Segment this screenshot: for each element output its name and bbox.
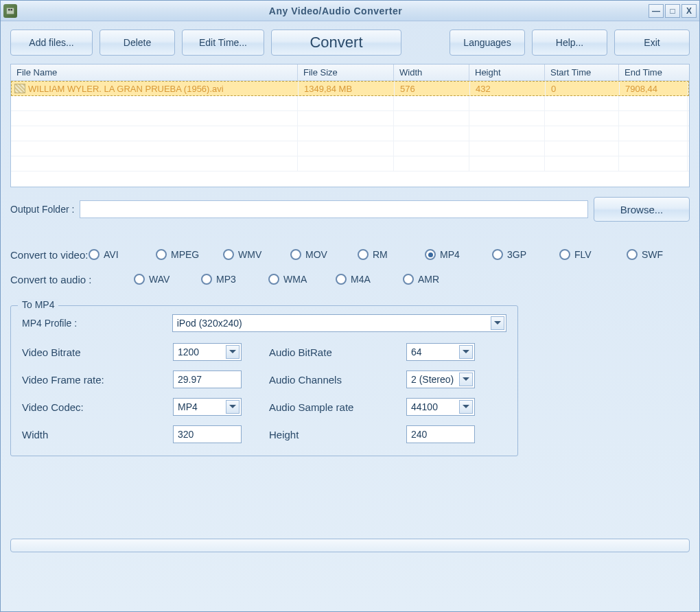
height-input[interactable]: 240 [406,425,475,443]
col-header-filesize[interactable]: File Size [298,64,394,80]
col-header-height[interactable]: Height [469,64,545,80]
output-folder-input[interactable] [80,200,588,218]
svg-point-1 [8,8,10,10]
radio-video-mov[interactable]: MOV [290,249,353,260]
width-label: Width [22,429,173,440]
fieldset-legend: To MP4 [18,299,58,310]
radio-video-3gp[interactable]: 3GP [492,249,555,260]
radio-audio-wma[interactable]: WMA [268,274,331,285]
dropdown-arrow-icon [459,345,473,359]
col-header-start[interactable]: Start Time [545,64,619,80]
radio-video-mp4[interactable]: MP4 [425,249,488,260]
languages-button[interactable]: Languages [450,30,525,56]
cell-filesize: 1349,84 MB [299,82,395,95]
cell-width: 576 [395,82,470,95]
radio-video-rm[interactable]: RM [358,249,421,260]
radio-label: AMR [418,274,439,285]
dropdown-arrow-icon [491,316,504,330]
video-bitrate-combo[interactable]: 1200 [173,343,242,361]
radio-video-wmv[interactable]: WMV [223,249,286,260]
profile-combo[interactable]: iPod (320x240) [172,314,506,332]
radio-icon [559,249,570,260]
edit-time-button[interactable]: Edit Time... [182,30,264,56]
radio-label: WMV [238,249,261,260]
output-folder-label: Output Folder : [10,204,74,215]
convert-audio-label: Convert to audio : [10,274,134,285]
radio-video-avi[interactable]: AVI [89,249,152,260]
radio-label: FLV [574,249,592,260]
radio-audio-amr[interactable]: AMR [403,274,466,285]
cell-start: 0 [546,82,620,95]
codec-label: Video Codec: [22,401,173,413]
codec-combo[interactable]: MP4 [173,398,242,416]
toolbar: Add files... Delete Edit Time... Convert… [10,30,690,56]
profile-value: iPod (320x240) [177,318,242,329]
maximize-button[interactable]: □ [665,4,680,18]
radio-icon [134,274,145,285]
audio-bitrate-combo[interactable]: 64 [406,343,475,361]
radio-label: SWF [642,249,663,260]
cell-height: 432 [470,82,546,95]
width-input[interactable]: 320 [173,425,242,443]
sample-rate-label: Audio Sample rate [269,401,406,413]
dropdown-arrow-icon [226,400,240,414]
app-window: Any Video/Audio Converter — □ X Add file… [0,0,700,612]
frame-rate-label: Video Frame rate: [22,374,173,386]
radio-icon [290,249,301,260]
help-button[interactable]: Help... [532,30,607,56]
file-table: File Name File Size Width Height Start T… [10,64,690,187]
minimize-button[interactable]: — [649,4,664,18]
radio-icon [492,249,503,260]
radio-label: M4A [351,274,371,285]
convert-button[interactable]: Convert [271,30,401,56]
radio-icon [201,274,212,285]
svg-rect-0 [7,8,14,14]
exit-button[interactable]: Exit [614,30,690,56]
convert-video-label: Convert to video: [10,249,89,261]
radio-icon [156,249,167,260]
radio-label: RM [373,249,388,260]
radio-label: MPEG [171,249,199,260]
radio-video-flv[interactable]: FLV [559,249,622,260]
radio-video-mpeg[interactable]: MPEG [156,249,219,260]
radio-label: MP3 [216,274,236,285]
titlebar: Any Video/Audio Converter — □ X [1,1,699,21]
dropdown-arrow-icon [459,400,473,414]
radio-label: MOV [305,249,327,260]
svg-point-2 [10,8,12,10]
radio-icon [425,249,436,260]
radio-label: WAV [149,274,170,285]
radio-icon [89,249,100,260]
add-files-button[interactable]: Add files... [10,30,93,56]
cell-filename: WILLIAM WYLER. LA GRAN PRUEBA (1956).avi [28,84,224,94]
radio-icon [336,274,347,285]
radio-audio-mp3[interactable]: MP3 [201,274,264,285]
col-header-filename[interactable]: File Name [11,64,298,80]
window-title: Any Video/Audio Converter [23,5,649,16]
app-icon [3,4,17,18]
table-row[interactable]: WILLIAM WYLER. LA GRAN PRUEBA (1956).avi… [11,81,689,96]
video-file-icon [14,84,25,93]
sample-rate-combo[interactable]: 44100 [406,398,475,416]
video-bitrate-label: Video Bitrate [22,346,173,358]
dropdown-arrow-icon [459,373,473,386]
frame-rate-input[interactable]: 29.97 [173,370,242,388]
channels-combo[interactable]: 2 (Stereo) [406,370,475,388]
radio-icon [358,249,369,260]
height-label: Height [269,429,406,440]
radio-audio-wav[interactable]: WAV [134,274,197,285]
radio-label: WMA [283,274,307,285]
radio-video-swf[interactable]: SWF [627,249,690,260]
close-button[interactable]: X [681,4,697,18]
radio-icon [403,274,414,285]
format-settings-group: To MP4 MP4 Profile : iPod (320x240) Vide… [10,305,518,456]
col-header-width[interactable]: Width [394,64,469,80]
radio-label: AVI [104,249,119,260]
radio-label: MP4 [440,249,460,260]
delete-button[interactable]: Delete [100,30,175,56]
progress-bar [10,539,690,552]
browse-button[interactable]: Browse... [594,197,690,222]
radio-audio-m4a[interactable]: M4A [336,274,399,285]
profile-label: MP4 Profile : [22,318,172,329]
col-header-end[interactable]: End Time [619,64,688,80]
